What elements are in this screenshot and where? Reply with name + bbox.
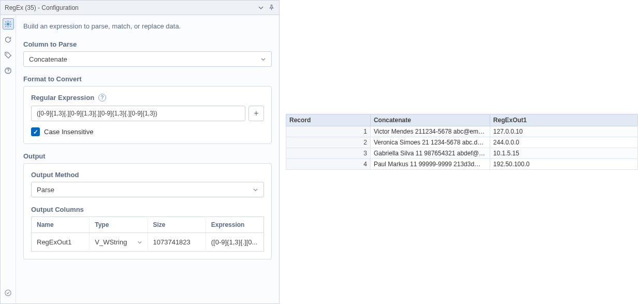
column-parse-select[interactable]: Concatenate [23, 51, 272, 67]
chevron-down-icon [137, 240, 142, 245]
svg-point-4 [5, 289, 11, 295]
output-label: Output [23, 152, 272, 160]
regexout-cell[interactable]: 192.50.100.0 [490, 159, 637, 170]
concat-cell[interactable]: Paul Markus 11 99999-9999 213d3d@fdef2.n… [370, 159, 490, 170]
output-method-value: Parse [37, 186, 54, 194]
help-icon[interactable]: ? [98, 94, 106, 102]
case-insensitive-checkbox[interactable]: ✓ [31, 127, 40, 136]
case-insensitive-label: Case Insensitive [44, 128, 93, 136]
output-method-label: Output Method [31, 171, 264, 179]
check-status-icon[interactable] [3, 287, 14, 298]
panel-title: RegEx (35) - Configuration [5, 4, 79, 11]
regexout-header[interactable]: RegExOut1 [490, 114, 637, 126]
chevron-down-icon [253, 187, 258, 193]
col-expr-header[interactable]: Expression [206, 217, 264, 233]
row-number: 4 [286, 159, 371, 170]
results-table: Record Concatenate RegExOut1 1Victor Men… [286, 114, 638, 170]
concat-cell[interactable]: Veronica Simoes 21 1234-5678 abc.def@ema… [370, 137, 490, 148]
regexout-cell[interactable]: 10.1.5.15 [490, 148, 637, 159]
output-col-name[interactable]: RegExOut1 [32, 233, 90, 252]
svg-point-3 [8, 72, 8, 73]
table-row[interactable]: RegExOut1 V_WString 1073741823 [32, 233, 264, 252]
output-method-select[interactable]: Parse [31, 182, 264, 197]
format-convert-label: Format to Convert [23, 75, 272, 83]
output-col-size[interactable]: 1073741823 [148, 233, 206, 252]
output-columns-label: Output Columns [31, 206, 264, 213]
config-panel: RegEx (35) - Configuration [0, 0, 280, 304]
panel-description: Build an expression to parse, match, or … [23, 22, 272, 30]
col-name-header[interactable]: Name [32, 217, 90, 233]
regex-group: Regular Expression ? ([0-9]{1,3}[.][0-9]… [23, 86, 272, 144]
output-col-type[interactable]: V_WString [90, 233, 148, 252]
panel-header: RegEx (35) - Configuration [1, 1, 279, 15]
chevron-down-icon[interactable] [258, 5, 264, 11]
regex-input[interactable]: ([0-9]{1,3}[.][0-9]{1,3}[.][0-9]{1,3}[.]… [31, 106, 245, 121]
col-type-header[interactable]: Type [90, 217, 148, 233]
results-pane: Record Concatenate RegExOut1 1Victor Men… [280, 0, 644, 304]
column-parse-label: Column to Parse [23, 40, 272, 48]
tag-tab-icon[interactable] [3, 49, 14, 61]
column-parse-value: Concatenate [29, 55, 67, 63]
concat-cell[interactable]: Victor Mendes 211234-5678 abc@email.com … [370, 126, 490, 137]
help-tab-icon[interactable] [3, 65, 14, 76]
table-row[interactable]: 3Gabriella Silva 11 987654321 abdef@emai… [286, 148, 638, 159]
concat-header[interactable]: Concatenate [370, 114, 490, 126]
regexout-cell[interactable]: 244.0.0.0 [490, 137, 637, 148]
record-header[interactable]: Record [286, 114, 371, 126]
row-number: 3 [286, 148, 371, 159]
table-row[interactable]: 2Veronica Simoes 21 1234-5678 abc.def@em… [286, 137, 638, 148]
svg-point-0 [7, 23, 9, 25]
pin-icon[interactable] [268, 4, 275, 11]
config-tab-icon[interactable] [3, 18, 14, 30]
output-columns-table: Name Type Size Expression RegExOut1 V_WS… [31, 216, 264, 252]
table-row[interactable]: 4Paul Markus 11 99999-9999 213d3d@fdef2.… [286, 159, 638, 170]
col-size-header[interactable]: Size [148, 217, 206, 233]
sidebar-toolbar [1, 15, 16, 303]
output-col-expr[interactable]: ([0-9]{1,3}[.][0... [206, 233, 264, 252]
regex-label: Regular Expression [31, 94, 94, 102]
regexout-cell[interactable]: 127.0.0.10 [490, 126, 637, 137]
row-number: 2 [286, 137, 371, 148]
svg-point-1 [6, 53, 7, 54]
chevron-down-icon [260, 56, 266, 62]
table-row[interactable]: 1Victor Mendes 211234-5678 abc@email.com… [286, 126, 638, 137]
concat-cell[interactable]: Gabriella Silva 11 987654321 abdef@email… [370, 148, 490, 159]
output-group: Output Method Parse Output Columns Name … [23, 163, 272, 259]
refresh-tab-icon[interactable] [3, 34, 14, 45]
row-number: 1 [286, 126, 371, 137]
add-regex-button[interactable]: + [248, 106, 264, 121]
